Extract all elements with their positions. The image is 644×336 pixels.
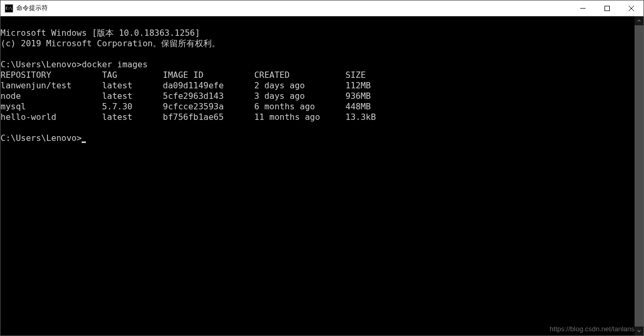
watermark-text: https://blog.csdn.net/lanlans xyxy=(550,325,635,333)
terminal-area: Microsoft Windows [版本 10.0.18363.1256] (… xyxy=(1,16,643,335)
table-header-row: REPOSITORY TAG IMAGE ID CREATED SIZE xyxy=(1,70,366,80)
command-prompt-window: C:\ 命令提示符 Microsoft Windows [版本 10.0.183… xyxy=(0,0,644,336)
prompt-line: C:\Users\Lenovo>docker images xyxy=(1,59,147,69)
cmd-icon: C:\ xyxy=(5,4,13,13)
window-controls xyxy=(571,1,643,16)
window-title: 命令提示符 xyxy=(16,4,571,13)
close-icon xyxy=(629,6,634,11)
command-text: docker images xyxy=(82,59,147,69)
scrollbar-thumb[interactable] xyxy=(635,25,643,327)
table-row: node latest 5cfe2963d143 3 days ago 936M… xyxy=(1,91,371,101)
terminal-content[interactable]: Microsoft Windows [版本 10.0.18363.1256] (… xyxy=(1,16,635,335)
table-row: lanwenjun/test latest da09d1149efe 2 day… xyxy=(1,80,371,90)
maximize-button[interactable] xyxy=(595,1,619,16)
prompt-path: C:\Users\Lenovo> xyxy=(1,133,82,143)
minimize-icon xyxy=(580,6,586,11)
minimize-button[interactable] xyxy=(571,1,595,16)
maximize-icon xyxy=(605,6,610,11)
close-button[interactable] xyxy=(619,1,643,16)
prompt-line: C:\Users\Lenovo> xyxy=(1,133,86,143)
titlebar[interactable]: C:\ 命令提示符 xyxy=(1,1,643,16)
cursor xyxy=(82,141,86,143)
svg-rect-1 xyxy=(605,6,610,11)
scroll-up-button[interactable] xyxy=(635,16,643,25)
chevron-down-icon xyxy=(637,329,641,333)
banner-line: (c) 2019 Microsoft Corporation。保留所有权利。 xyxy=(1,38,220,48)
table-row: hello-world latest bf756fb1ae65 11 month… xyxy=(1,112,376,122)
table-row: mysql 5.7.30 9cfcce23593a 6 months ago 4… xyxy=(1,101,371,111)
banner-line: Microsoft Windows [版本 10.0.18363.1256] xyxy=(1,28,200,38)
scroll-down-button[interactable] xyxy=(635,327,643,335)
chevron-up-icon xyxy=(637,19,641,23)
scrollbar-track[interactable] xyxy=(635,25,643,327)
prompt-path: C:\Users\Lenovo> xyxy=(1,59,82,69)
vertical-scrollbar[interactable] xyxy=(635,16,643,335)
